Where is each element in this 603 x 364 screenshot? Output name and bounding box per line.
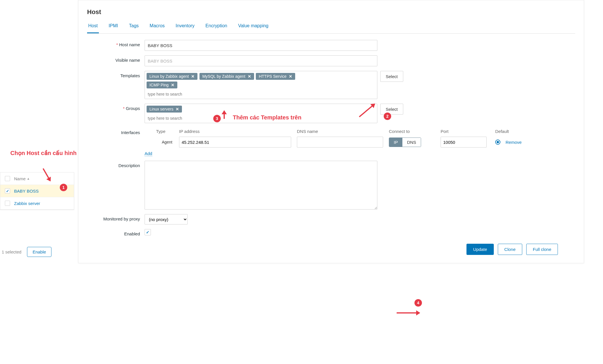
select-all-checkbox[interactable] [5,176,10,181]
arrow-icon [397,312,420,313]
tab-encryption[interactable]: Encryption [204,21,228,33]
selected-count: 1 selected [2,249,21,254]
template-chip: Linux by Zabbix agent ✕ [147,73,197,80]
groups-select-button[interactable]: Select [380,104,403,115]
group-chip: Linux servers ✕ [147,106,182,113]
template-chip-label: HTTPS Service [259,74,286,79]
host-list-panel: Name ▲ BABY BOSS Zabbix server [0,172,74,210]
connect-to-dns[interactable]: DNS [402,138,421,147]
iface-port-input[interactable] [441,137,487,148]
label-description: Description [87,161,145,168]
iface-dns-input[interactable] [297,137,383,148]
tab-tags[interactable]: Tags [128,21,140,33]
iface-type: Agent [145,140,179,144]
groups-search-input[interactable] [147,114,204,122]
dialog-footer: Update Clone Full clone [87,244,575,255]
iface-ip-input[interactable] [179,137,291,148]
dialog-title: Host [87,8,575,16]
interfaces-header: Type IP address DNS name Connect to Port… [145,129,570,134]
iface-header-type: Type [145,129,179,134]
enabled-checkbox[interactable] [145,229,151,235]
remove-template-icon[interactable]: ✕ [289,74,292,79]
tab-value-mapping[interactable]: Value mapping [237,21,270,33]
template-chip-label: Linux by Zabbix agent [149,74,189,79]
remove-template-icon[interactable]: ✕ [248,74,251,79]
tab-inventory[interactable]: Inventory [174,21,196,33]
host-checkbox-baby-boss[interactable] [5,188,10,193]
label-visible-name: Visible name [87,55,145,63]
tab-host[interactable]: Host [87,21,99,33]
groups-multiselect[interactable]: Linux servers ✕ [145,104,377,123]
host-checkbox-zabbix-server[interactable] [5,201,10,206]
connect-to-ip[interactable]: IP [389,138,402,147]
label-groups: Groups [87,104,145,111]
template-chip: ICMP Ping ✕ [147,82,177,88]
iface-add-link[interactable]: Add [145,151,152,156]
host-list-header: Name ▲ [0,173,74,185]
description-textarea[interactable] [145,161,377,210]
host-link-zabbix-server[interactable]: Zabbix server [14,201,40,206]
label-proxy: Monitored by proxy [87,214,145,221]
remove-template-icon[interactable]: ✕ [171,83,174,87]
templates-select-button[interactable]: Select [380,71,403,82]
full-clone-button[interactable]: Full clone [526,244,558,255]
templates-search-input[interactable] [147,90,204,98]
host-row-baby-boss[interactable]: BABY BOSS [0,185,74,197]
dialog-tabs: Host IPMI Tags Macros Inventory Encrypti… [87,21,575,34]
remove-template-icon[interactable]: ✕ [191,74,195,79]
group-chip-label: Linux servers [149,107,173,111]
update-button[interactable]: Update [466,244,493,255]
visible-name-input[interactable] [145,55,377,66]
template-chip-label: ICMP Ping [149,83,169,87]
template-chip: HTTPS Service ✕ [256,73,295,80]
annotation-choose-host: Chọn Host cần cấu hình [10,149,76,157]
iface-header-ip: IP address [179,129,297,134]
template-chip: MySQL by Zabbix agent ✕ [199,73,254,80]
iface-header-default: Default [495,129,530,134]
iface-remove-link[interactable]: Remove [506,140,522,145]
sort-asc-icon: ▲ [27,177,30,180]
host-row-zabbix-server[interactable]: Zabbix server [0,197,74,210]
proxy-select[interactable]: (no proxy) [145,214,188,224]
label-templates: Templates [87,71,145,78]
host-list-name-column[interactable]: Name [14,176,26,181]
templates-multiselect[interactable]: Linux by Zabbix agent ✕ MySQL by Zabbix … [145,71,377,99]
host-link-baby-boss[interactable]: BABY BOSS [14,189,39,193]
label-enabled: Enabled [87,229,145,236]
template-chip-label: MySQL by Zabbix agent [202,74,245,79]
connect-to-toggle: IP DNS [389,138,421,147]
remove-group-icon[interactable]: ✕ [176,107,179,111]
annotation-badge-4: 4 [414,299,422,307]
clone-button[interactable]: Clone [498,244,522,255]
label-interfaces: Interfaces [87,128,145,135]
interface-row: Agent IP DNS Remove [145,137,570,148]
iface-header-dns: DNS name [297,129,389,134]
enable-button[interactable]: Enable [27,247,51,257]
tab-macros[interactable]: Macros [149,21,166,33]
host-name-input[interactable] [145,40,377,51]
host-edit-dialog: Host Host IPMI Tags Macros Inventory Enc… [78,0,584,263]
iface-default-radio[interactable] [495,140,500,145]
iface-header-connect-to: Connect to [389,129,441,134]
tab-ipmi[interactable]: IPMI [107,21,119,33]
iface-header-port: Port [441,129,495,134]
label-host-name: Host name [87,40,145,47]
